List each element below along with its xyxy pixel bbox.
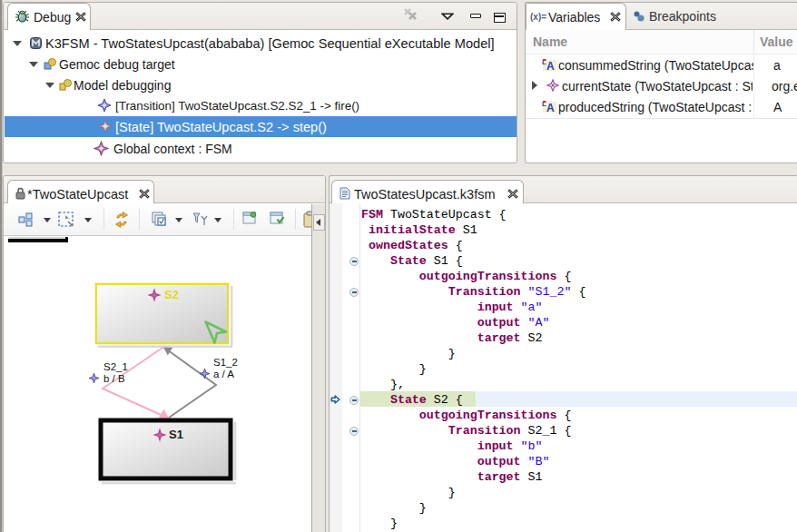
svg-text:A: A bbox=[546, 102, 555, 113]
svg-text:A: A bbox=[546, 60, 555, 72]
